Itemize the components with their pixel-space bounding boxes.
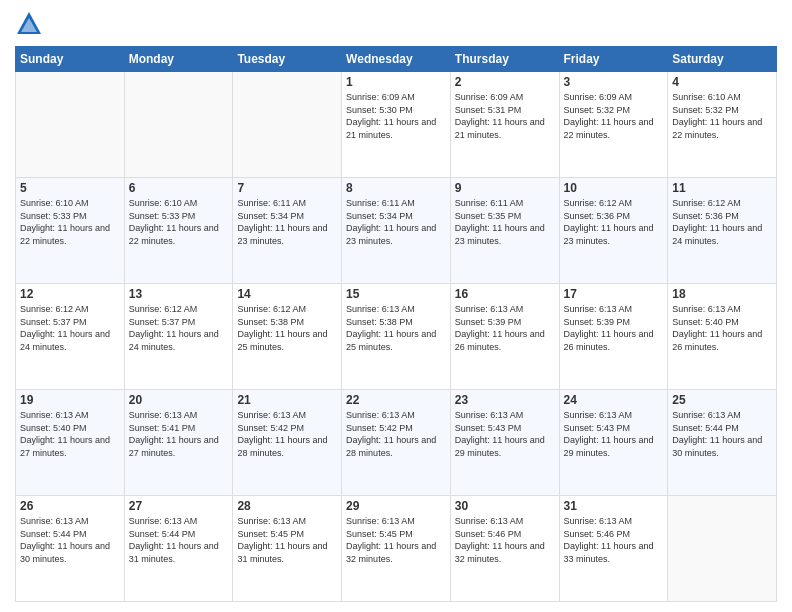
day-info: Sunrise: 6:13 AM Sunset: 5:44 PM Dayligh… — [20, 515, 120, 565]
day-number: 14 — [237, 287, 337, 301]
week-row-2: 12Sunrise: 6:12 AM Sunset: 5:37 PM Dayli… — [16, 284, 777, 390]
day-info: Sunrise: 6:11 AM Sunset: 5:34 PM Dayligh… — [237, 197, 337, 247]
calendar-cell: 20Sunrise: 6:13 AM Sunset: 5:41 PM Dayli… — [124, 390, 233, 496]
calendar-cell: 14Sunrise: 6:12 AM Sunset: 5:38 PM Dayli… — [233, 284, 342, 390]
day-number: 1 — [346, 75, 446, 89]
day-info: Sunrise: 6:12 AM Sunset: 5:38 PM Dayligh… — [237, 303, 337, 353]
day-number: 25 — [672, 393, 772, 407]
day-info: Sunrise: 6:13 AM Sunset: 5:41 PM Dayligh… — [129, 409, 229, 459]
day-number: 30 — [455, 499, 555, 513]
day-number: 6 — [129, 181, 229, 195]
calendar-cell: 22Sunrise: 6:13 AM Sunset: 5:42 PM Dayli… — [342, 390, 451, 496]
calendar-cell: 26Sunrise: 6:13 AM Sunset: 5:44 PM Dayli… — [16, 496, 125, 602]
calendar-cell: 9Sunrise: 6:11 AM Sunset: 5:35 PM Daylig… — [450, 178, 559, 284]
day-info: Sunrise: 6:13 AM Sunset: 5:43 PM Dayligh… — [564, 409, 664, 459]
day-number: 11 — [672, 181, 772, 195]
calendar-cell: 23Sunrise: 6:13 AM Sunset: 5:43 PM Dayli… — [450, 390, 559, 496]
day-number: 20 — [129, 393, 229, 407]
day-info: Sunrise: 6:13 AM Sunset: 5:39 PM Dayligh… — [564, 303, 664, 353]
day-header-saturday: Saturday — [668, 47, 777, 72]
calendar-cell — [124, 72, 233, 178]
day-header-wednesday: Wednesday — [342, 47, 451, 72]
week-row-4: 26Sunrise: 6:13 AM Sunset: 5:44 PM Dayli… — [16, 496, 777, 602]
day-info: Sunrise: 6:09 AM Sunset: 5:31 PM Dayligh… — [455, 91, 555, 141]
day-info: Sunrise: 6:13 AM Sunset: 5:45 PM Dayligh… — [237, 515, 337, 565]
day-number: 19 — [20, 393, 120, 407]
day-info: Sunrise: 6:11 AM Sunset: 5:34 PM Dayligh… — [346, 197, 446, 247]
calendar-cell: 16Sunrise: 6:13 AM Sunset: 5:39 PM Dayli… — [450, 284, 559, 390]
logo — [15, 10, 47, 38]
day-info: Sunrise: 6:13 AM Sunset: 5:40 PM Dayligh… — [20, 409, 120, 459]
day-number: 21 — [237, 393, 337, 407]
calendar-cell: 3Sunrise: 6:09 AM Sunset: 5:32 PM Daylig… — [559, 72, 668, 178]
day-info: Sunrise: 6:09 AM Sunset: 5:32 PM Dayligh… — [564, 91, 664, 141]
day-info: Sunrise: 6:13 AM Sunset: 5:43 PM Dayligh… — [455, 409, 555, 459]
header-row: SundayMondayTuesdayWednesdayThursdayFrid… — [16, 47, 777, 72]
calendar-cell: 11Sunrise: 6:12 AM Sunset: 5:36 PM Dayli… — [668, 178, 777, 284]
day-header-thursday: Thursday — [450, 47, 559, 72]
day-info: Sunrise: 6:13 AM Sunset: 5:44 PM Dayligh… — [129, 515, 229, 565]
day-number: 3 — [564, 75, 664, 89]
day-number: 23 — [455, 393, 555, 407]
day-number: 8 — [346, 181, 446, 195]
calendar-cell: 5Sunrise: 6:10 AM Sunset: 5:33 PM Daylig… — [16, 178, 125, 284]
calendar-cell: 31Sunrise: 6:13 AM Sunset: 5:46 PM Dayli… — [559, 496, 668, 602]
day-info: Sunrise: 6:12 AM Sunset: 5:36 PM Dayligh… — [564, 197, 664, 247]
calendar-cell: 2Sunrise: 6:09 AM Sunset: 5:31 PM Daylig… — [450, 72, 559, 178]
day-number: 31 — [564, 499, 664, 513]
day-info: Sunrise: 6:13 AM Sunset: 5:38 PM Dayligh… — [346, 303, 446, 353]
calendar-cell: 25Sunrise: 6:13 AM Sunset: 5:44 PM Dayli… — [668, 390, 777, 496]
calendar-cell: 13Sunrise: 6:12 AM Sunset: 5:37 PM Dayli… — [124, 284, 233, 390]
day-info: Sunrise: 6:10 AM Sunset: 5:33 PM Dayligh… — [129, 197, 229, 247]
week-row-3: 19Sunrise: 6:13 AM Sunset: 5:40 PM Dayli… — [16, 390, 777, 496]
calendar-cell: 6Sunrise: 6:10 AM Sunset: 5:33 PM Daylig… — [124, 178, 233, 284]
day-info: Sunrise: 6:12 AM Sunset: 5:37 PM Dayligh… — [20, 303, 120, 353]
day-info: Sunrise: 6:10 AM Sunset: 5:33 PM Dayligh… — [20, 197, 120, 247]
day-number: 18 — [672, 287, 772, 301]
calendar-cell: 10Sunrise: 6:12 AM Sunset: 5:36 PM Dayli… — [559, 178, 668, 284]
calendar-cell — [16, 72, 125, 178]
day-number: 29 — [346, 499, 446, 513]
calendar-cell: 24Sunrise: 6:13 AM Sunset: 5:43 PM Dayli… — [559, 390, 668, 496]
calendar-cell: 21Sunrise: 6:13 AM Sunset: 5:42 PM Dayli… — [233, 390, 342, 496]
day-number: 4 — [672, 75, 772, 89]
day-header-tuesday: Tuesday — [233, 47, 342, 72]
day-info: Sunrise: 6:13 AM Sunset: 5:46 PM Dayligh… — [564, 515, 664, 565]
logo-icon — [15, 10, 43, 38]
week-row-0: 1Sunrise: 6:09 AM Sunset: 5:30 PM Daylig… — [16, 72, 777, 178]
day-number: 22 — [346, 393, 446, 407]
calendar-cell: 27Sunrise: 6:13 AM Sunset: 5:44 PM Dayli… — [124, 496, 233, 602]
day-number: 13 — [129, 287, 229, 301]
day-info: Sunrise: 6:13 AM Sunset: 5:42 PM Dayligh… — [237, 409, 337, 459]
day-number: 28 — [237, 499, 337, 513]
day-number: 15 — [346, 287, 446, 301]
week-row-1: 5Sunrise: 6:10 AM Sunset: 5:33 PM Daylig… — [16, 178, 777, 284]
calendar-cell: 4Sunrise: 6:10 AM Sunset: 5:32 PM Daylig… — [668, 72, 777, 178]
day-info: Sunrise: 6:12 AM Sunset: 5:36 PM Dayligh… — [672, 197, 772, 247]
calendar-cell: 29Sunrise: 6:13 AM Sunset: 5:45 PM Dayli… — [342, 496, 451, 602]
calendar: SundayMondayTuesdayWednesdayThursdayFrid… — [15, 46, 777, 602]
day-number: 2 — [455, 75, 555, 89]
day-number: 26 — [20, 499, 120, 513]
day-info: Sunrise: 6:13 AM Sunset: 5:39 PM Dayligh… — [455, 303, 555, 353]
calendar-cell: 18Sunrise: 6:13 AM Sunset: 5:40 PM Dayli… — [668, 284, 777, 390]
day-info: Sunrise: 6:11 AM Sunset: 5:35 PM Dayligh… — [455, 197, 555, 247]
day-number: 9 — [455, 181, 555, 195]
day-info: Sunrise: 6:13 AM Sunset: 5:40 PM Dayligh… — [672, 303, 772, 353]
day-number: 16 — [455, 287, 555, 301]
calendar-cell: 8Sunrise: 6:11 AM Sunset: 5:34 PM Daylig… — [342, 178, 451, 284]
day-info: Sunrise: 6:13 AM Sunset: 5:42 PM Dayligh… — [346, 409, 446, 459]
day-info: Sunrise: 6:13 AM Sunset: 5:46 PM Dayligh… — [455, 515, 555, 565]
calendar-cell: 28Sunrise: 6:13 AM Sunset: 5:45 PM Dayli… — [233, 496, 342, 602]
header — [15, 10, 777, 38]
calendar-cell: 7Sunrise: 6:11 AM Sunset: 5:34 PM Daylig… — [233, 178, 342, 284]
day-number: 24 — [564, 393, 664, 407]
calendar-cell: 15Sunrise: 6:13 AM Sunset: 5:38 PM Dayli… — [342, 284, 451, 390]
day-number: 10 — [564, 181, 664, 195]
day-number: 5 — [20, 181, 120, 195]
day-number: 27 — [129, 499, 229, 513]
calendar-cell — [233, 72, 342, 178]
day-number: 17 — [564, 287, 664, 301]
day-info: Sunrise: 6:13 AM Sunset: 5:45 PM Dayligh… — [346, 515, 446, 565]
day-header-sunday: Sunday — [16, 47, 125, 72]
